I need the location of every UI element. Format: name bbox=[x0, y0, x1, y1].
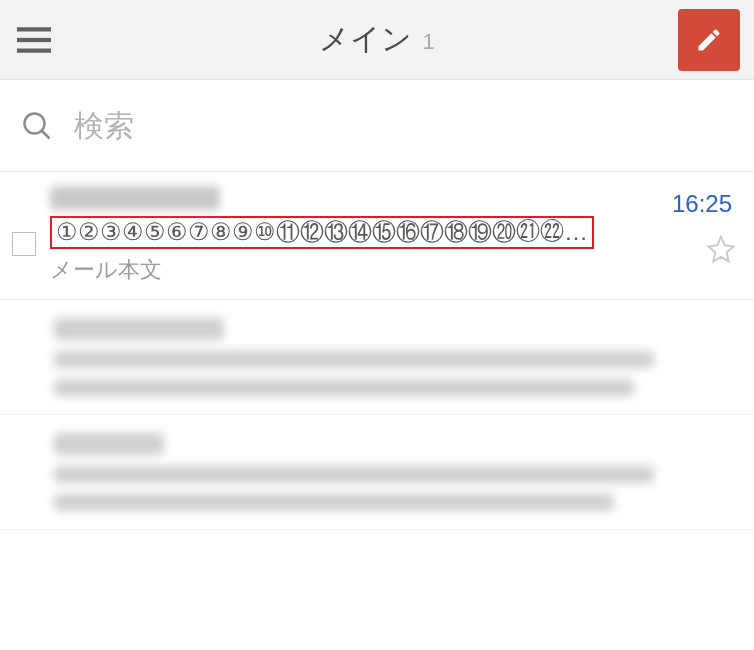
email-subject: ①②③④⑤⑥⑦⑧⑨⑩⑪⑫⑬⑭⑮⑯⑰⑱⑲⑳㉑㉒… bbox=[50, 216, 594, 249]
select-checkbox[interactable] bbox=[12, 232, 36, 256]
star-icon[interactable] bbox=[706, 234, 736, 264]
search-input[interactable] bbox=[74, 109, 732, 143]
svg-rect-2 bbox=[17, 48, 51, 52]
email-item-blurred bbox=[0, 415, 754, 530]
search-icon bbox=[22, 111, 52, 141]
email-time: 16:25 bbox=[672, 190, 732, 218]
compose-button[interactable] bbox=[678, 9, 740, 71]
svg-rect-0 bbox=[17, 27, 51, 31]
search-bar bbox=[0, 80, 754, 172]
email-item-body: ①②③④⑤⑥⑦⑧⑨⑩⑪⑫⑬⑭⑮⑯⑰⑱⑲⑳㉑㉒… メール本文 bbox=[50, 186, 736, 285]
svg-rect-1 bbox=[17, 37, 51, 41]
email-snippet: メール本文 bbox=[50, 255, 736, 285]
menu-button[interactable] bbox=[14, 20, 54, 60]
page-title: メイン bbox=[319, 22, 412, 55]
app-header: メイン 1 bbox=[0, 0, 754, 80]
email-item-blurred bbox=[0, 300, 754, 415]
email-item[interactable]: ①②③④⑤⑥⑦⑧⑨⑩⑪⑫⑬⑭⑮⑯⑰⑱⑲⑳㉑㉒… メール本文 16:25 bbox=[0, 172, 754, 300]
email-list: ①②③④⑤⑥⑦⑧⑨⑩⑪⑫⑬⑭⑮⑯⑰⑱⑲⑳㉑㉒… メール本文 16:25 bbox=[0, 172, 754, 530]
sender-name bbox=[50, 186, 736, 210]
unread-count: 1 bbox=[423, 29, 435, 54]
pencil-icon bbox=[695, 26, 723, 54]
hamburger-icon bbox=[17, 27, 51, 53]
